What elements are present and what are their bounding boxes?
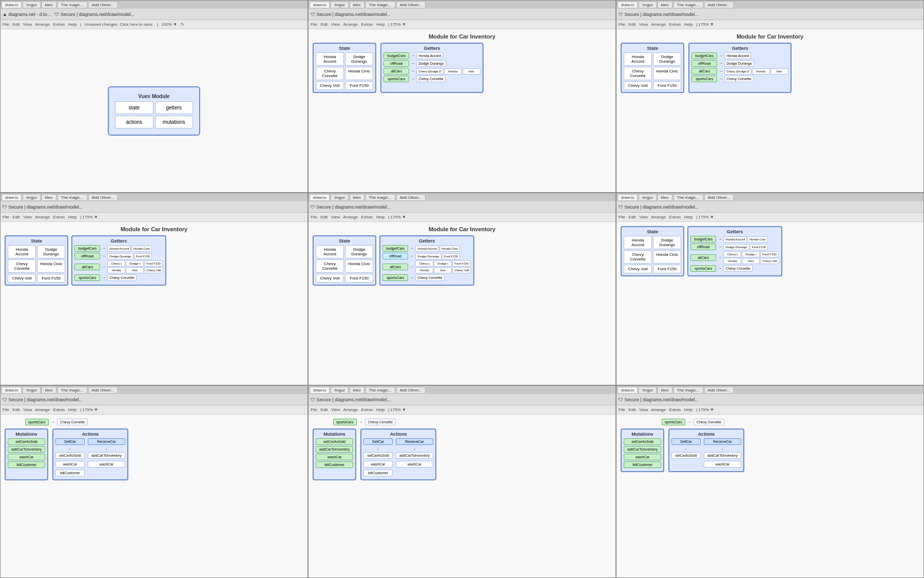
url-bar-4: 🛡 Secure | diagrams.net/draw/model... [3, 204, 83, 210]
tab-magic-8[interactable]: The magic... [365, 387, 395, 394]
cell-state: state [115, 101, 153, 114]
tab-imgur-4[interactable]: Imgur [23, 194, 40, 201]
tab-drawio-5[interactable]: draw.io [310, 194, 330, 201]
arrow-down-1-8: ↓ [363, 447, 393, 451]
getter-offroad-val2-5: Ford F150 [442, 253, 460, 259]
car-dodge-durango-6: DodgeDurango [653, 236, 681, 249]
tab-kleo-7[interactable]: kleo [42, 387, 56, 394]
tab-magic-9[interactable]: The magic... [673, 387, 703, 394]
tab-drawio-3[interactable]: draw.io [618, 2, 638, 8]
getter-offroad-val1-6: Dodge Durango [723, 244, 749, 250]
tab-imgur-2[interactable]: Imgur [331, 2, 348, 8]
tab-magic-7[interactable]: The magic... [57, 387, 87, 394]
getter-sports-label-2: sportsCars [383, 76, 409, 82]
url-bar-3: 🛡 Secure | diagrams.net/draw/model... [619, 12, 699, 17]
tab-oliver-6[interactable]: Add Oliver... [704, 194, 734, 201]
getter-ac-v3-4: Ford F150 [144, 260, 163, 267]
tab-oliver-4[interactable]: Add Oliver... [88, 194, 118, 201]
canvas-1: Vuex Module state getters actions mutati… [1, 29, 307, 192]
tab-magic-6[interactable]: The magic... [673, 194, 703, 201]
browser-tabs-3: draw.io Imgur kleo The magic... Add Oliv… [617, 1, 923, 9]
car-dodge-durango-2: DodgeDurango [345, 52, 373, 66]
arrow-offroad-3: → [719, 61, 723, 66]
url-bar-1: ▲ diagrams.net - d.to... 🛡 Secure | diag… [3, 12, 134, 17]
tab-oliver-3[interactable]: Add Oliver... [704, 2, 734, 8]
mutations-box-7: Mutations setCarAsSold addCarToInventory… [5, 428, 48, 480]
tab-oliver-9[interactable]: Add Oliver... [704, 387, 734, 394]
toolbar-items-9: File Edit View Arrange Extras Help | 175… [619, 407, 714, 412]
tab-kleo-9[interactable]: kleo [658, 387, 672, 394]
getter-offroad-label-4: offRoad [74, 253, 100, 259]
getters-title-6: Getters [690, 229, 779, 234]
tab-imgur-5[interactable]: Imgur [331, 194, 348, 201]
tab-imgur-7[interactable]: Imgur [23, 387, 40, 394]
tab-imgur-6[interactable]: Imgur [639, 194, 656, 201]
tab-oliver-7[interactable]: Add Oliver... [88, 387, 118, 394]
arrow-sports-2: → [411, 77, 415, 81]
getter-ac-v2-4: Dodge t [126, 260, 144, 267]
act-sellcar-8: SellCar [363, 438, 393, 445]
actions-box-7: Actions SellCar ↓ setCarAsSold washCar b… [52, 428, 128, 480]
tab-drawio-8[interactable]: draw.io [310, 387, 330, 394]
tab-drawio-2[interactable]: draw.io [310, 2, 330, 8]
tab-drawio-9[interactable]: draw.io [618, 387, 638, 394]
tab-magic-3[interactable]: The magic... [673, 2, 703, 8]
tab-kleo-3[interactable]: kleo [658, 2, 672, 8]
tab-drawio-6[interactable]: draw.io [618, 194, 638, 201]
tab-oliver-5[interactable]: Add Oliver... [396, 194, 426, 201]
toolbar-6: File Edit View Arrange Extras Help | 175… [617, 213, 923, 222]
tab-magic-5[interactable]: The magic... [365, 194, 395, 201]
tab-magic-4[interactable]: The magic... [57, 194, 87, 201]
tab-kleo-6[interactable]: kleo [658, 194, 672, 201]
getter-ac-v3-6: Ford F150 [760, 251, 779, 257]
toolbar-2: File Edit View Arrange Extras Help | 175… [309, 20, 615, 29]
getter-allcars-multi-3: Chevy {Dodge D Honda Hon [724, 68, 788, 74]
tab-kleo-5[interactable]: kleo [350, 194, 364, 201]
getter-allcars-label-4: allCars [74, 264, 100, 270]
getter-allcars-val3-2: Hon [463, 68, 480, 74]
tab-drawio-7[interactable]: draw.io [2, 387, 22, 394]
tab-magic[interactable]: The magic... [57, 2, 87, 8]
state-box-6: State HondaAccord DodgeDurango ChevyCorv… [621, 226, 684, 276]
tab-oliver-8[interactable]: Add Oliver... [396, 387, 426, 394]
car-ford-f150-4: Ford F150 [37, 274, 65, 283]
tab-imgur-3[interactable]: Imgur [639, 2, 656, 8]
getter-row-offroad-4: offRoad → Dodge Durango Ford F150 [74, 253, 163, 259]
tab-kleo-4[interactable]: kleo [42, 194, 56, 201]
panel-2: draw.io Imgur kleo The magic... Add Oliv… [308, 0, 616, 193]
car-chevy-volt-6: Chevy Volt [624, 265, 652, 273]
tab-drawio-4[interactable]: draw.io [2, 194, 22, 201]
tab-drawio[interactable]: draw.io [2, 2, 22, 8]
tab-kleo-2[interactable]: kleo [350, 2, 364, 8]
actions-title-8: Actions [363, 432, 433, 437]
act-washcar-7: washCar [55, 461, 85, 468]
getter-allcars-val1-3: Chevy {Dodge D [724, 68, 751, 74]
state-title-5: State [316, 238, 373, 244]
getters-box-2: Getters budgetCars → Honda Accord offRoa… [380, 43, 483, 93]
tab-kleo[interactable]: kleo [42, 2, 56, 8]
getter-allcars-label-3: allCars [691, 68, 717, 74]
getter-row-budget-3: budgetCars → Honda Accord [691, 52, 788, 59]
toolbar-items-7: File Edit View Arrange Extras Help | 175… [3, 407, 98, 412]
getter-row-offroad-3: offRoad → Dodge Durango [691, 60, 788, 67]
getter-ac-v6-6: Chevy Volt [760, 258, 779, 264]
getter-row-offroad-5: offRoad → Dodge Durango Ford F150 [382, 253, 471, 259]
tab-oliver[interactable]: Add Oliver... [88, 2, 118, 8]
tab-imgur-8[interactable]: Imgur [331, 387, 348, 394]
getter-budget-val1-6: Honda Accord [723, 236, 747, 243]
tab-magic-2[interactable]: The magic... [365, 2, 395, 8]
getter-ac-v4-4: Honda [107, 267, 125, 273]
canvas-5: Module for Car Inventory State HondaAcco… [309, 222, 615, 385]
tab-imgur[interactable]: Imgur [23, 2, 40, 8]
getter-row-budget-4: budgetCars → Honda Accord Honda Civic [74, 245, 163, 252]
getter-row-sports-4: sportsCars → Chevy Corvette [74, 274, 163, 281]
tab-oliver-2[interactable]: Add Oliver... [396, 2, 426, 8]
toolbar-items-6: File Edit View Arrange Extras Help | 175… [619, 215, 714, 219]
getter-allcars-label-6: allCars [690, 254, 716, 261]
mutations-title-8: Mutations [316, 432, 353, 437]
actions-col-sell-8: SellCar ↓ setCarAsSold washCar billCusto… [363, 438, 393, 477]
mut-setcarassold-9: setCarAsSold [624, 438, 661, 445]
tab-kleo-8[interactable]: kleo [350, 387, 364, 394]
tab-imgur-9[interactable]: Imgur [639, 387, 656, 394]
browser-bar-3: 🛡 Secure | diagrams.net/draw/model... [617, 9, 923, 20]
